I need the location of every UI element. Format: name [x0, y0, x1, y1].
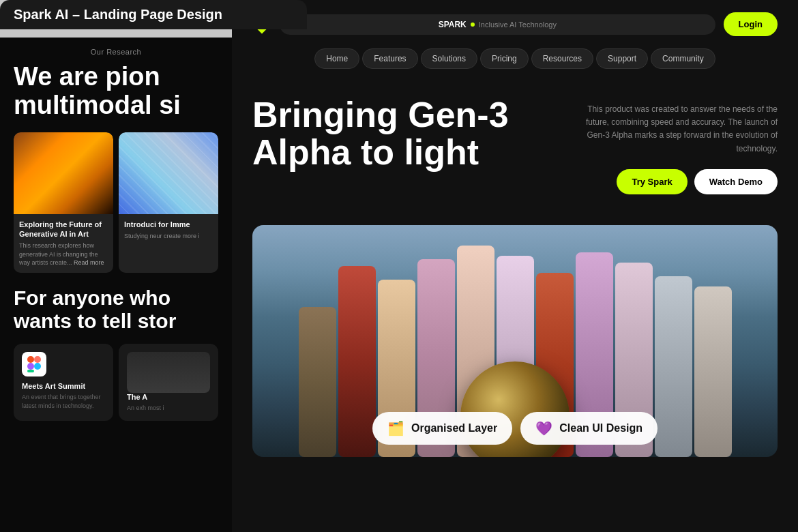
left-bottom-cards: Meets Art Summit An event that brings to…	[14, 344, 218, 421]
window-title: Spark AI – Landing Page Design	[14, 7, 222, 22]
hero-description: This product was created to answer the n…	[580, 103, 778, 156]
login-button[interactable]: Login	[724, 12, 778, 36]
try-spark-button[interactable]: Try Spark	[617, 169, 687, 194]
title-bar: Spark AI – Landing Page Design	[0, 0, 307, 29]
figma-icon-container	[22, 352, 46, 376]
bottom-card-title-1: Meets Art Summit	[22, 382, 105, 390]
clean-ui-text: Clean UI Design	[559, 422, 642, 434]
heart-icon: 💜	[535, 420, 552, 437]
bottom-card-desc-2: An exh most i	[127, 404, 210, 413]
layers-icon: 🗂️	[387, 420, 404, 437]
bottom-card-desc-1: An event that brings together latest min…	[22, 393, 105, 410]
nav-item-features[interactable]: Features	[362, 48, 417, 69]
nav-item-home[interactable]: Home	[314, 48, 359, 69]
svg-point-4	[34, 363, 41, 370]
hero-title: Bringing Gen-3 Alpha to light	[252, 96, 566, 171]
right-panel: SPARK Inclusive AI Technology Login Home…	[232, 0, 798, 532]
nav-subtitle: Inclusive AI Technology	[479, 20, 557, 29]
nav-spark-label: SPARK	[439, 20, 467, 29]
hero-content: Bringing Gen-3 Alpha to light This produ…	[252, 96, 778, 194]
hero-right: This product was created to answer the n…	[580, 96, 778, 194]
watch-demo-button[interactable]: Watch Demo	[694, 169, 778, 194]
nav-item-community[interactable]: Community	[651, 48, 715, 69]
card-title-2: Introduci for Imme	[124, 220, 213, 229]
left-card-2: Introduci for Imme Studying neur create …	[119, 132, 218, 273]
organised-layer-text: Organised Layer	[411, 422, 497, 434]
nav-item-support[interactable]: Support	[596, 48, 648, 69]
nav-menu: Home Features Solutions Pricing Resource…	[232, 48, 798, 79]
card-desc-2: Studying neur create more i	[124, 232, 213, 241]
people-image	[127, 352, 210, 393]
left-cards: Exploring the Future of Generative AI in…	[14, 132, 218, 273]
pattern-image	[119, 132, 218, 214]
bottom-card-title-2: The A	[127, 393, 210, 401]
hero-section: Bringing Gen-3 Alpha to light This produ…	[232, 79, 798, 225]
card-desc-1: This research explores how generative AI…	[19, 241, 108, 267]
clean-ui-badge: 💜 Clean UI Design	[520, 412, 657, 445]
hero-buttons: Try Spark Watch Demo	[580, 169, 778, 194]
image-badges: 🗂️ Organised Layer 💜 Clean UI Design	[252, 412, 778, 445]
nav-dot	[471, 23, 475, 27]
figma-icon	[27, 356, 41, 372]
nav-item-solutions[interactable]: Solutions	[421, 48, 477, 69]
research-label: Our Research	[14, 48, 218, 56]
organised-layer-badge: 🗂️ Organised Layer	[372, 412, 512, 445]
nav-item-pricing[interactable]: Pricing	[480, 48, 529, 69]
left-card-1: Exploring the Future of Generative AI in…	[14, 132, 113, 273]
nav-bar: SPARK Inclusive AI Technology Login	[232, 0, 798, 48]
svg-rect-3	[27, 370, 34, 372]
main-image-container: 🗂️ Organised Layer 💜 Clean UI Design	[252, 225, 778, 457]
read-more-1[interactable]: Read more	[74, 259, 104, 266]
svg-rect-2	[27, 363, 34, 370]
bottom-card-1: Meets Art Summit An event that brings to…	[14, 344, 113, 421]
bottom-card-2: The A An exh most i	[119, 344, 218, 421]
left-panel: Our Research We are pion multimodal si E…	[0, 38, 232, 532]
left-section-title: For anyone who wants to tell stor	[14, 286, 218, 334]
nav-search-bar[interactable]: SPARK Inclusive AI Technology	[280, 14, 715, 35]
card-title-1: Exploring the Future of Generative AI in…	[19, 220, 108, 239]
arch-image	[14, 132, 113, 214]
svg-rect-0	[27, 356, 34, 363]
left-hero-title: We are pion multimodal si	[14, 63, 218, 120]
svg-rect-1	[34, 356, 41, 363]
nav-item-resources[interactable]: Resources	[531, 48, 593, 69]
